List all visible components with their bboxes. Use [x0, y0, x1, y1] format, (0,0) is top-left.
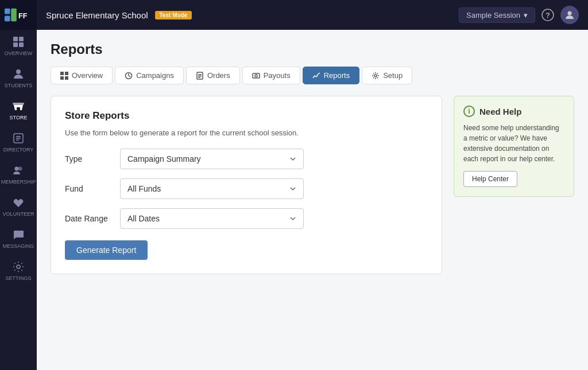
topbar: Spruce Elementary School Test Mode Sampl… — [37, 0, 588, 30]
sidebar: FF OVERVIEW STUDENTS STORE — [0, 0, 37, 370]
svg-point-14 — [15, 167, 19, 171]
type-label: Type — [65, 154, 111, 163]
sidebar-item-volunteer[interactable]: VOLUNTEER — [0, 190, 37, 223]
svg-text:FF: FF — [18, 11, 28, 20]
tab-setup[interactable]: Setup — [362, 67, 412, 84]
store-icon — [12, 100, 25, 112]
membership-icon — [12, 164, 25, 177]
payouts-tab-icon — [252, 72, 260, 80]
messaging-icon — [12, 228, 25, 241]
avatar-button[interactable] — [560, 6, 579, 24]
date-form-group: Date Range All Dates This Month Last Mon… — [65, 208, 428, 229]
help-center-button[interactable]: Help Center — [463, 171, 517, 187]
svg-rect-5 — [19, 37, 24, 41]
sidebar-item-label: MEMBERSHIP — [1, 179, 36, 185]
fund-select[interactable]: All Funds General Fund PTA Fund — [120, 178, 304, 199]
reports-tab-icon — [312, 72, 320, 80]
reports-card-title: Store Reports — [65, 110, 428, 122]
date-label: Date Range — [65, 214, 111, 223]
sidebar-item-label: OVERVIEW — [5, 50, 32, 56]
sidebar-item-store[interactable]: STORE — [0, 94, 37, 126]
reports-form-card: Store Reports Use the form below to gene… — [51, 96, 442, 274]
tab-label: Overview — [72, 71, 103, 80]
question-icon: ? — [541, 8, 555, 22]
tab-label: Payouts — [264, 71, 291, 80]
svg-point-32 — [255, 75, 257, 77]
sidebar-item-overview[interactable]: OVERVIEW — [0, 30, 37, 62]
session-button[interactable]: Sample Session ▾ — [459, 7, 535, 23]
tab-overview[interactable]: Overview — [51, 67, 113, 84]
type-form-group: Type Campaign Summary Orders Report Payo… — [65, 149, 428, 169]
sidebar-item-label: SETTINGS — [5, 275, 31, 281]
sidebar-item-directory[interactable]: DIRECTORY — [0, 126, 37, 158]
svg-rect-23 — [65, 76, 68, 80]
svg-text:?: ? — [546, 11, 550, 20]
grid-icon — [12, 36, 25, 48]
help-card: i Need Help Need some help understanding… — [454, 96, 574, 197]
help-circle-icon: i — [463, 106, 475, 117]
tab-label: Reports — [324, 71, 350, 80]
settings-icon — [12, 260, 25, 273]
campaigns-tab-icon — [125, 72, 133, 80]
svg-point-33 — [374, 75, 377, 77]
form-description: Use the form below to generate a report … — [65, 128, 428, 137]
directory-icon — [12, 132, 25, 145]
help-button[interactable]: ? — [541, 8, 555, 22]
svg-rect-31 — [253, 73, 260, 78]
svg-rect-20 — [60, 72, 64, 75]
svg-rect-22 — [60, 76, 64, 80]
svg-rect-0 — [5, 9, 10, 14]
setup-tab-icon — [372, 72, 380, 80]
date-select[interactable]: All Dates This Month Last Month Custom R… — [120, 208, 304, 229]
tab-label: Orders — [207, 71, 230, 80]
svg-rect-1 — [5, 16, 10, 22]
tab-label: Setup — [383, 71, 403, 80]
fund-form-group: Fund All Funds General Fund PTA Fund — [65, 178, 428, 199]
sidebar-item-label: STORE — [10, 115, 28, 120]
tab-orders[interactable]: Orders — [186, 67, 240, 84]
tab-label: Campaigns — [136, 71, 174, 80]
two-col-layout: Store Reports Use the form below to gene… — [51, 96, 574, 274]
fund-label: Fund — [65, 184, 111, 193]
svg-rect-2 — [11, 9, 17, 21]
caret-icon: ▾ — [524, 11, 528, 20]
svg-point-16 — [17, 265, 20, 268]
svg-rect-6 — [13, 42, 18, 47]
page-title: Reports — [51, 41, 574, 57]
sidebar-item-label: STUDENTS — [5, 83, 33, 88]
sidebar-item-label: MESSAGING — [3, 243, 34, 249]
sidebar-item-settings[interactable]: SETTINGS — [0, 255, 37, 287]
students-icon — [12, 68, 25, 80]
tab-campaigns[interactable]: Campaigns — [115, 67, 184, 84]
svg-rect-7 — [19, 42, 24, 47]
app-logo: FF — [0, 0, 37, 30]
svg-rect-9 — [17, 107, 20, 110]
grid-tab-icon — [60, 72, 68, 80]
orders-tab-icon — [196, 72, 204, 80]
test-mode-badge: Test Mode — [155, 11, 192, 20]
svg-point-15 — [18, 167, 22, 171]
sidebar-item-membership[interactable]: MEMBERSHIP — [0, 158, 37, 190]
tabs-bar: Overview Campaigns Orders — [51, 67, 574, 84]
svg-point-19 — [568, 11, 572, 15]
svg-rect-21 — [65, 72, 68, 75]
svg-line-26 — [129, 76, 130, 77]
help-card-body: Need some help understanding a metric or… — [463, 123, 564, 164]
tab-payouts[interactable]: Payouts — [242, 67, 300, 84]
content-area: Reports Overview Campaigns — [37, 30, 588, 370]
svg-rect-4 — [13, 37, 18, 41]
type-select[interactable]: Campaign Summary Orders Report Payouts R… — [120, 149, 304, 169]
main-area: Spruce Elementary School Test Mode Sampl… — [37, 0, 588, 370]
topbar-right: Sample Session ▾ ? — [459, 6, 579, 24]
help-card-header: i Need Help — [463, 106, 564, 117]
user-avatar-icon — [564, 10, 575, 20]
volunteer-icon — [12, 196, 25, 209]
tab-reports[interactable]: Reports — [303, 67, 360, 84]
topbar-left: Spruce Elementary School Test Mode — [46, 10, 192, 20]
school-name: Spruce Elementary School — [46, 10, 148, 20]
sidebar-item-messaging[interactable]: MESSAGING — [0, 223, 37, 255]
svg-point-8 — [16, 69, 21, 74]
sidebar-item-students[interactable]: STUDENTS — [0, 62, 37, 94]
generate-report-button[interactable]: Generate Report — [65, 240, 148, 260]
sidebar-item-label: VOLUNTEER — [2, 211, 34, 217]
